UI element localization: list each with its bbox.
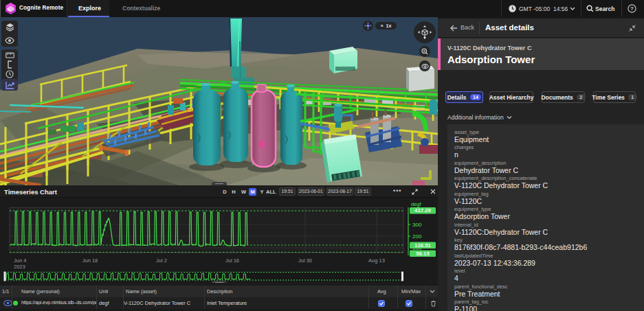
svg-text:degf: degf [411, 201, 422, 207]
svg-text:Jul 2: Jul 2 [156, 257, 167, 264]
svg-text:417.29: 417.29 [414, 207, 432, 214]
svg-text:Aug 13: Aug 13 [368, 257, 385, 264]
svg-text:126.51: 126.51 [414, 242, 432, 249]
svg-text:Jun 4: Jun 4 [14, 257, 26, 264]
svg-text:Jul 30: Jul 30 [298, 257, 312, 264]
svg-text:200: 200 [412, 233, 422, 240]
svg-text:Jul 16: Jul 16 [225, 257, 239, 264]
svg-text:2023: 2023 [14, 264, 25, 270]
svg-text:300: 300 [412, 222, 422, 228]
svg-text:Jun 18: Jun 18 [82, 257, 98, 264]
svg-text:58.15: 58.15 [416, 251, 430, 257]
svg-text:?: ? [630, 5, 634, 12]
